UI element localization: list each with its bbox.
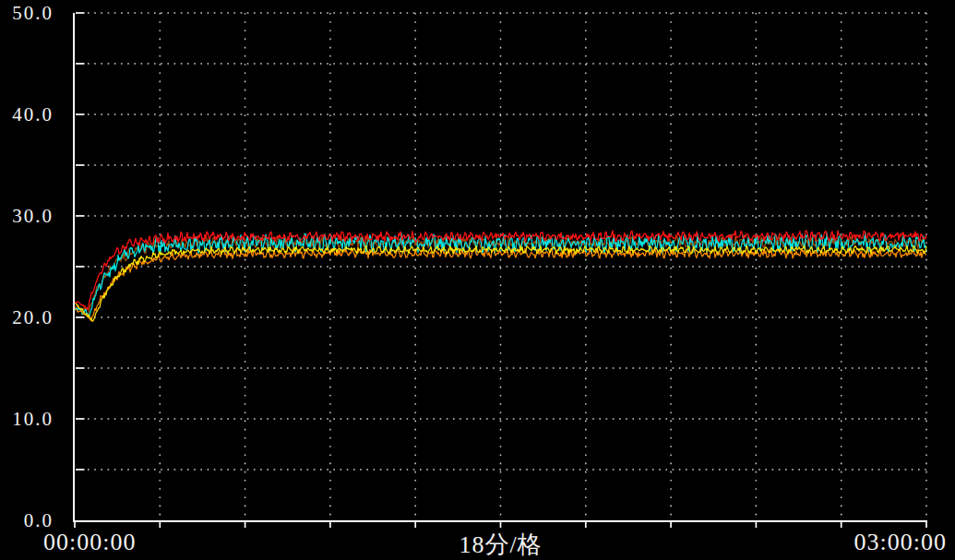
channel-cyan xyxy=(75,233,926,316)
trend-recorder-screen: 50.040.030.020.010.00.0 00:00:00 18分/格 0… xyxy=(0,0,955,560)
x-axis-end-time-label: 03:00:00 xyxy=(854,529,947,556)
y-axis-tick-label: 30.0 xyxy=(0,204,54,228)
channel-yellow xyxy=(75,245,926,321)
y-axis-tick-label: 10.0 xyxy=(0,407,54,431)
trend-plot xyxy=(0,0,955,560)
y-axis-tick-label: 50.0 xyxy=(0,1,54,25)
series-traces xyxy=(75,231,926,321)
y-axis-tick-label: 20.0 xyxy=(0,305,54,329)
y-axis-tick-label: 40.0 xyxy=(0,102,54,126)
grid-lines xyxy=(76,13,926,519)
x-axis-scale-label: 18分/格 xyxy=(408,529,593,560)
x-axis-start-time-label: 00:00:00 xyxy=(43,529,136,556)
